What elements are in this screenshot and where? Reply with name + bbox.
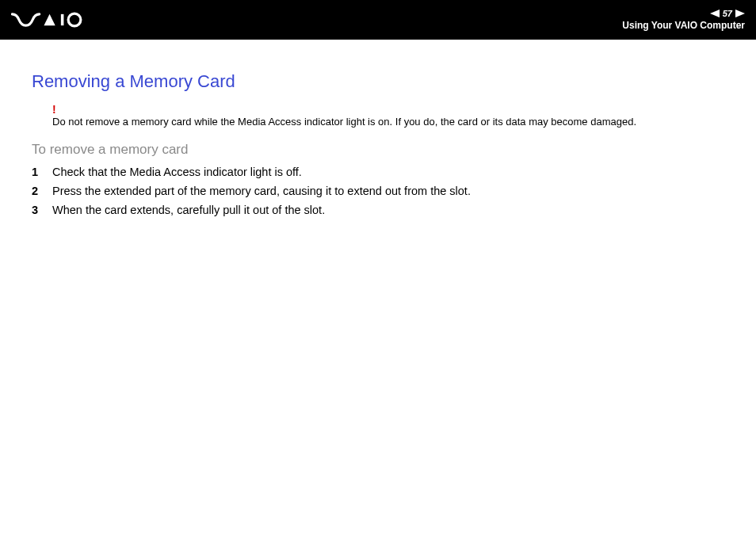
prev-page-arrow-icon[interactable] [710, 10, 720, 17]
step-number: 1 [32, 166, 52, 178]
steps-list: 1 Check that the Media Access indicator … [32, 166, 724, 216]
section-title: Removing a Memory Card [32, 71, 724, 92]
step-text: When the card extends, carefully pull it… [52, 204, 724, 216]
step-number: 2 [32, 185, 52, 197]
page-content: Removing a Memory Card ! Do not remove a… [0, 40, 756, 216]
next-page-arrow-icon[interactable] [735, 10, 745, 17]
step-item: 3 When the card extends, carefully pull … [32, 204, 724, 216]
subsection-title: To remove a memory card [32, 142, 724, 158]
header-caption: Using Your VAIO Computer [622, 20, 745, 31]
step-text: Press the extended part of the memory ca… [52, 185, 724, 197]
vaio-logo [11, 12, 101, 28]
step-item: 1 Check that the Media Access indicator … [32, 166, 724, 178]
svg-rect-0 [61, 14, 64, 25]
page-number: 57 [723, 9, 732, 18]
warning-block: ! Do not remove a memory card while the … [52, 103, 724, 129]
step-text: Check that the Media Access indicator li… [52, 166, 724, 178]
header-bar: 57 Using Your VAIO Computer [0, 0, 756, 40]
step-number: 3 [32, 204, 52, 216]
header-right: 57 Using Your VAIO Computer [622, 9, 745, 31]
page-nav: 57 [710, 9, 745, 18]
warning-text: Do not remove a memory card while the Me… [52, 116, 636, 128]
step-item: 2 Press the extended part of the memory … [32, 185, 724, 197]
warning-mark-icon: ! [52, 103, 724, 116]
svg-point-1 [68, 13, 81, 26]
